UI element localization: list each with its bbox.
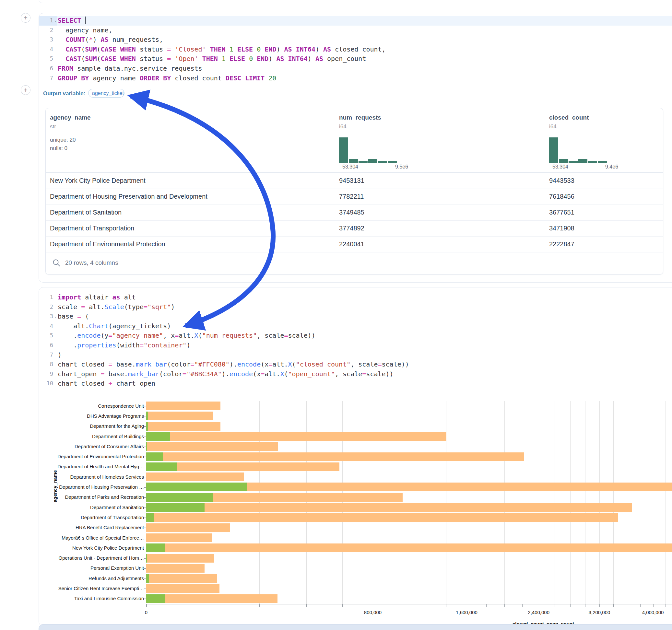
chart-x-axis-line: [146, 604, 672, 604]
y-axis-tick: [144, 528, 146, 528]
column-header-agency-name[interactable]: agency_name: [50, 114, 91, 121]
table-row[interactable]: Department of Housing Preservation and D…: [46, 189, 663, 205]
x-axis-tick: [373, 604, 374, 607]
table-row[interactable]: New York City Police Department945313194…: [46, 173, 663, 189]
y-axis-tick: [144, 477, 146, 478]
x-axis-tick: [446, 604, 447, 607]
histogram-min-closed-count: 53,304: [552, 164, 568, 170]
bar-open-count: [146, 432, 170, 441]
gridline: [400, 401, 400, 604]
x-axis-tick: [585, 604, 586, 607]
y-axis-label: Senior Citizen Rent Increase Exempti…: [43, 586, 144, 591]
code-line: alt.Chart(agency_tickets): [58, 321, 171, 331]
y-axis-tick: [144, 497, 146, 498]
y-axis-tick: [144, 548, 146, 549]
column-header-closed-count[interactable]: closed_count: [549, 114, 589, 121]
cell-num-requests: 9453131: [339, 173, 364, 189]
gridline: [342, 401, 343, 604]
histogram-bar: [588, 161, 597, 163]
y-axis-tick: [144, 588, 146, 589]
y-axis-tick: [144, 599, 146, 599]
cell-num-requests: 3749485: [339, 204, 364, 220]
line-number: 5: [39, 54, 53, 64]
y-axis-label: Taxi and Limousine Commission: [43, 596, 144, 601]
bar-open-count: [146, 422, 148, 431]
gridline: [539, 401, 539, 604]
y-axis-tick: [144, 487, 146, 488]
histogram-bar: [388, 161, 397, 163]
fold-chevron-icon[interactable]: ⌄: [54, 16, 57, 26]
column-type-closed-count: i64: [549, 123, 557, 130]
code-line: .properties(width="container"): [58, 341, 190, 350]
x-axis-tick: [259, 604, 260, 607]
bar-closed-count: [146, 412, 213, 420]
y-axis-label: Operations Unit - Department of Hom…: [43, 555, 144, 561]
bar-closed-count: [146, 524, 230, 532]
code-line: chart_closed = base.mark_bar(color="#FFC…: [58, 360, 409, 369]
cell-num-requests: 2240041: [339, 236, 364, 252]
line-number: 1: [39, 293, 53, 302]
cell-agency-name: Department of Environmental Protection: [50, 236, 165, 252]
y-axis-tick: [144, 457, 146, 457]
x-axis-tick: [539, 604, 539, 607]
bar-open-count: [146, 462, 177, 471]
gridline: [640, 401, 640, 604]
search-icon[interactable]: [52, 259, 61, 267]
table-row[interactable]: Department of Sanitation37494853677651: [46, 204, 663, 221]
y-axis-tick: [144, 467, 146, 467]
histogram-num-requests: [339, 136, 398, 163]
fold-chevron-icon[interactable]: ⌄: [54, 312, 57, 321]
cell-agency-name: Department of Housing Preservation and D…: [50, 189, 208, 204]
table-row[interactable]: Department of Transportation377489234719…: [46, 220, 663, 237]
cell-agency-name: Department of Sanitation: [50, 204, 122, 220]
bar-open-count: [146, 483, 247, 491]
bar-closed-count: [146, 554, 214, 563]
column-header-num-requests[interactable]: num_requests: [339, 114, 381, 121]
y-axis-label: Personal Exemption Unit: [43, 565, 144, 571]
column-type-num-requests: i64: [339, 123, 346, 130]
gridline: [599, 401, 600, 604]
line-number: 10: [39, 379, 53, 389]
y-axis-tick: [144, 558, 146, 559]
y-axis-tick: [144, 406, 146, 407]
cell-num-requests: 7782211: [339, 189, 364, 204]
line-number: 4: [39, 321, 53, 331]
code-line: .encode(y="agency_name", x=alt.X("num_re…: [58, 331, 315, 341]
add-block-button-top[interactable]: +: [21, 13, 30, 23]
notebook-page: + + 1⌄234567 SELECT agency_name, COUNT(*…: [0, 0, 672, 630]
table-row[interactable]: Department of Environmental Protection22…: [46, 236, 663, 252]
bar-closed-count: [146, 453, 524, 461]
line-number: 5: [39, 331, 53, 341]
line-number: 2: [39, 26, 53, 35]
bar-closed-count: [146, 533, 212, 542]
bar-open-count: [146, 412, 148, 420]
bar-open-count: [146, 513, 154, 522]
code-line: base = (: [58, 312, 89, 321]
y-axis-label: DHS Advantage Programs: [43, 413, 144, 419]
line-number: 1: [39, 16, 53, 26]
add-block-button-middle[interactable]: +: [21, 85, 30, 95]
column-stat-unique: unique: 20: [50, 137, 75, 143]
y-axis-label: Department of Buildings: [43, 434, 144, 439]
line-number: 3: [39, 35, 53, 45]
x-axis-tick: [400, 604, 400, 607]
cell-closed-count: 3677651: [549, 204, 574, 220]
cell-closed-count: 9443533: [549, 173, 574, 189]
line-number: 4: [39, 45, 53, 54]
x-axis-tick: [613, 604, 614, 607]
line-number: 7: [39, 350, 53, 360]
code-line: chart_open = base.mark_bar(color="#8BC34…: [58, 369, 393, 379]
histogram-max-num-requests: 9.5e6: [395, 164, 408, 170]
text-caret: [85, 17, 86, 24]
output-variable-pill[interactable]: agency_tickets: [88, 89, 124, 98]
bar-closed-count: [146, 402, 220, 410]
x-axis-tick: [306, 604, 307, 607]
line-number: 8: [39, 360, 53, 369]
code-line: chart_closed + chart_open: [58, 379, 155, 389]
y-axis-tick: [144, 579, 146, 579]
y-axis-tick: [144, 446, 146, 447]
y-axis-label: Mayorâ€ s Office of Special Enforce…: [43, 535, 144, 540]
x-axis-tick: [599, 604, 600, 607]
gridline: [627, 401, 627, 604]
gridline: [613, 401, 614, 604]
